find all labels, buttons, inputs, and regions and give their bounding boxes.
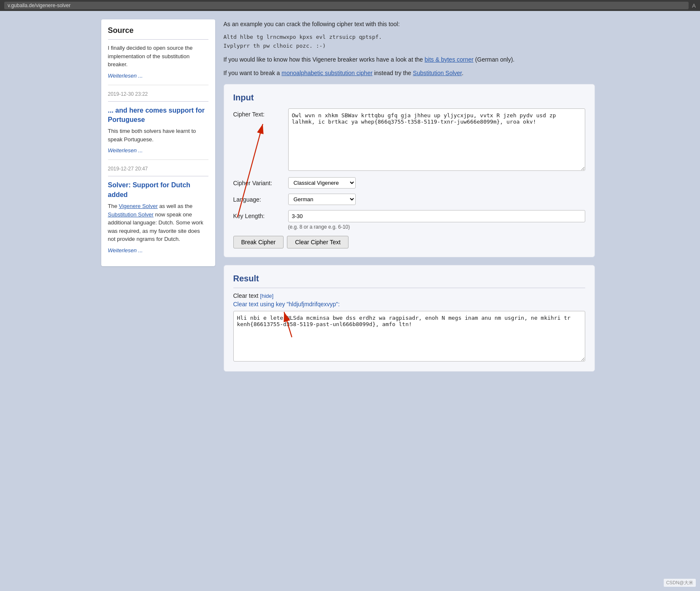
key-length-hint: (e.g. 8 or a range e.g. 6-10): [288, 224, 585, 230]
result-title: Result: [233, 274, 585, 283]
sidebar-dutch-text: The Vigenere Solver as well as the Subst…: [108, 202, 208, 243]
cipher-variant-label: Cipher Variant:: [233, 177, 284, 186]
cipher-text-row: Cipher Text: Owl wvn n xhkm SBWav krttqb…: [233, 108, 585, 172]
sidebar-card: Source I finally decided to open source …: [101, 19, 215, 266]
sidebar-source-text: I finally decided to open source the imp…: [108, 44, 208, 69]
key-length-control: (e.g. 8 or a range e.g. 6-10): [288, 210, 585, 230]
sidebar-source-readmore[interactable]: Weiterlesen ...: [108, 73, 143, 79]
monoalphabetic-link[interactable]: monoalphabetic substitution cipher: [281, 70, 373, 76]
intro-line3: If you want to break a monoalphabetic su…: [224, 68, 595, 78]
language-row: Language: German English French Italian …: [233, 194, 585, 205]
language-label: Language:: [233, 194, 284, 203]
sidebar-source-title: Source: [108, 26, 208, 35]
sidebar-dutch-title[interactable]: Solver: Support for Dutch added: [108, 181, 208, 200]
input-title: Input: [233, 93, 585, 103]
cipher-text-input[interactable]: Owl wvn n xhkm SBWav krttqbu gfq gja jhh…: [288, 108, 585, 171]
vigenere-solver-link[interactable]: Vigenere Solver: [119, 203, 158, 209]
sidebar-portuguese-readmore[interactable]: Weiterlesen ...: [108, 147, 143, 154]
key-length-input[interactable]: [288, 210, 585, 222]
sidebar-portuguese-text: This time both solvers have learnt to sp…: [108, 127, 208, 143]
browser-right-label: A: [692, 3, 696, 9]
sidebar-dutch-readmore[interactable]: Weiterlesen ...: [108, 247, 143, 254]
result-clear-label: Clear text [hide]: [233, 292, 585, 299]
cipher-text-control: Owl wvn n xhkm SBWav krttqbu gfq gja jhh…: [288, 108, 585, 172]
language-control: German English French Italian Spanish Po…: [288, 194, 585, 205]
input-section: Input Cipher Text: Owl wvn n xhkm SBWav …: [224, 84, 595, 257]
break-cipher-button[interactable]: Break Cipher: [233, 236, 284, 248]
main-content: As an example you can crack the followin…: [219, 15, 599, 383]
browser-url: v.guballa.de/vigenere-solver: [4, 2, 689, 9]
cipher-variant-row: Cipher Variant: Classical Vigenere Beauf…: [233, 177, 585, 189]
language-select[interactable]: German English French Italian Spanish Po…: [288, 194, 356, 205]
sidebar-dutch-date: 2019-12-27 20:47: [108, 166, 208, 172]
result-textarea[interactable]: Hli nbi e lete NLSda mcminsa bwe dss erd…: [233, 311, 585, 362]
sidebar-portuguese-date: 2019-12-30 23:22: [108, 91, 208, 97]
cipher-variant-control: Classical Vigenere Beaufort Variant Beau…: [288, 177, 585, 189]
cipher-text-label: Cipher Text:: [233, 108, 284, 118]
substitution-solver-link-sidebar[interactable]: Substitution Solver: [108, 211, 154, 218]
cipher-variant-select[interactable]: Classical Vigenere Beaufort Variant Beau…: [288, 177, 356, 189]
sidebar-entry-source: Source I finally decided to open source …: [108, 26, 208, 85]
example-line1: Altd hlbe tg lrncmwxpo kpxs evl ztrsuicp…: [224, 34, 382, 40]
result-key-label: Clear text using key "hldjufjmdrifqexvyp…: [233, 301, 585, 308]
sidebar-portuguese-title[interactable]: ... and here comes support for Portugues…: [108, 106, 208, 125]
result-section: Result Clear text [hide] Clear text usin…: [224, 265, 595, 372]
sidebar: Source I finally decided to open source …: [101, 15, 219, 383]
sidebar-entry-dutch: 2019-12-27 20:47 Solver: Support for Dut…: [108, 166, 208, 259]
hide-link[interactable]: [hide]: [260, 293, 273, 299]
sidebar-entry-portuguese: 2019-12-30 23:22 ... and here comes supp…: [108, 91, 208, 160]
intro-line1: As an example you can crack the followin…: [224, 19, 595, 29]
clear-cipher-button[interactable]: Clear Cipher Text: [287, 236, 349, 248]
substitution-solver-link[interactable]: Substitution Solver: [413, 70, 462, 76]
intro-section: As an example you can crack the followin…: [224, 19, 595, 78]
bits-bytes-link[interactable]: bits & bytes corner: [424, 56, 473, 63]
example-line2: Ivplyprr th pw clhoic pozc. :-): [224, 43, 326, 49]
intro-line2: If you would like to know how this Vigen…: [224, 55, 595, 64]
key-length-row: Key Length: (e.g. 8 or a range e.g. 6-10…: [233, 210, 585, 230]
key-length-label: Key Length:: [233, 210, 284, 219]
buttons-row: Break Cipher Clear Cipher Text: [233, 236, 585, 248]
browser-bar: v.guballa.de/vigenere-solver A: [0, 0, 700, 11]
example-code: Altd hlbe tg lrncmwxpo kpxs evl ztrsuicp…: [224, 33, 595, 51]
